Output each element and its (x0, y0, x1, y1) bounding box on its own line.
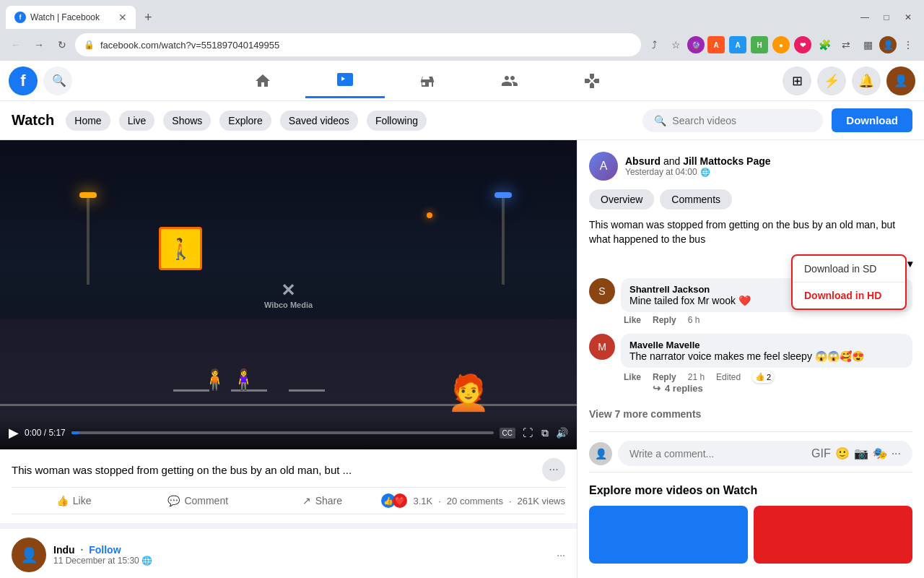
download-dropdown: Download in SD Download in HD (791, 254, 907, 310)
nav-home[interactable] (223, 64, 302, 98)
facebook-logo[interactable]: f (9, 66, 38, 95)
tab-favicon: f (14, 12, 26, 23)
ext-icon-2[interactable]: A (707, 36, 725, 53)
browser-profile-avatar[interactable]: 👤 (879, 36, 897, 53)
video-thumbnail: 🚶 ✕ Wibco Media 🧍 🧍‍♀️ (0, 140, 577, 449)
search-button[interactable]: 🔍 (43, 66, 72, 95)
messenger-button[interactable]: ⚡ (817, 66, 846, 95)
comment-like-1[interactable]: Like (624, 315, 641, 325)
download-button[interactable]: Download (832, 108, 912, 132)
suggested-more-button[interactable]: ··· (557, 549, 565, 561)
ext-icon-1[interactable]: 🔮 (687, 36, 705, 53)
sidebar-toggle-icon[interactable]: ▦ (858, 35, 878, 55)
comment-like-2[interactable]: Like (624, 372, 641, 382)
explore-video-1[interactable] (589, 506, 748, 564)
pip-button[interactable]: ⧉ (540, 426, 550, 441)
close-window-button[interactable]: ✕ (898, 7, 918, 27)
image-input-icon[interactable]: 📷 (854, 447, 868, 460)
comment-reply-2[interactable]: Reply (653, 372, 676, 382)
address-bar[interactable]: 🔒 (75, 33, 641, 56)
fullscreen-button[interactable]: ⛶ (521, 426, 534, 440)
video-time: 0:00 / 5:17 (25, 428, 66, 438)
comment-input-avatar: 👤 (589, 442, 612, 465)
share-label: Share (315, 495, 342, 506)
more-input-icon[interactable]: ··· (892, 447, 901, 460)
follow-button[interactable]: Follow (89, 544, 121, 556)
suggested-video: 👤 Indu · Follow 11 December at 15:30 🌐 (0, 523, 577, 578)
browser-tab[interactable]: f Watch | Facebook ✕ (6, 6, 136, 29)
close-tab-button[interactable]: ✕ (118, 12, 127, 23)
comment-button[interactable]: 💬 Comment (136, 491, 260, 511)
maximize-button[interactable]: □ (876, 7, 897, 27)
watch-icon (336, 71, 354, 88)
nav-groups[interactable] (470, 64, 549, 98)
comment-bubble-2: Mavelle Mavelle The narrator voice makes… (621, 334, 912, 368)
watch-saved-button[interactable]: Saved videos (280, 111, 358, 131)
emoji-icon[interactable]: 🙂 (835, 447, 850, 460)
comment-input-row: 👤 GIF 🙂 📷 🎭 ··· (589, 431, 912, 466)
comment-icon: 💬 (167, 495, 180, 506)
watch-live-button[interactable]: Live (119, 111, 155, 131)
gif-icon[interactable]: GIF (811, 447, 831, 460)
watch-explore-button[interactable]: Explore (219, 111, 271, 131)
play-button[interactable]: ▶ (9, 425, 19, 441)
post-timestamp: Yesterday at 04:00 🌐 (625, 167, 771, 177)
minimize-button[interactable]: — (855, 7, 875, 27)
share-icon: ↗ (302, 495, 311, 506)
video-search-bar[interactable]: 🔍 (642, 109, 823, 132)
url-input[interactable] (100, 40, 632, 51)
nav-marketplace[interactable] (388, 64, 467, 98)
forward-button[interactable]: → (29, 35, 49, 55)
replies-toggle-2[interactable]: ↪ 4 replies (653, 383, 912, 394)
ext-icon-6[interactable]: ❤ (794, 36, 811, 53)
video-progress-fill (71, 431, 80, 434)
comment-avatar-1: S (589, 278, 615, 304)
video-progress-bar[interactable] (71, 431, 494, 434)
comment-input[interactable] (629, 448, 806, 460)
comment-actions-1: Like Reply 6 h (621, 315, 912, 325)
reload-button[interactable]: ↻ (52, 35, 72, 55)
suggested-timestamp: 11 December at 15:30 🌐 (53, 556, 152, 566)
ext-icon-3[interactable]: A (729, 36, 746, 53)
overview-tab[interactable]: Overview (589, 189, 654, 210)
more-options-button[interactable]: ··· (542, 458, 565, 481)
browser-menu-icon[interactable]: ⋮ (898, 35, 918, 55)
sticker-icon[interactable]: 🎭 (873, 447, 887, 460)
volume-button[interactable]: 🔊 (556, 427, 568, 439)
apps-button[interactable]: ⊞ (783, 66, 811, 95)
profile-sync-icon[interactable]: ⇄ (836, 35, 856, 55)
video-player[interactable]: 🚶 ✕ Wibco Media 🧍 🧍‍♀️ (0, 140, 577, 449)
share-browser-icon[interactable]: ⤴ (644, 35, 664, 55)
new-tab-button[interactable]: + (136, 10, 161, 25)
captions-button[interactable]: CC (500, 428, 515, 439)
comment-time-1: 6 h (688, 315, 700, 325)
download-hd-option[interactable]: Download in HD (793, 282, 905, 309)
privacy-icon: 🌐 (141, 556, 152, 566)
notifications-button[interactable]: 🔔 (852, 66, 881, 95)
watch-home-button[interactable]: Home (66, 111, 110, 131)
video-search-input[interactable] (672, 115, 811, 126)
explore-video-2[interactable] (754, 506, 912, 564)
video-description: This woman was stopped from getting on t… (589, 218, 912, 246)
globe-icon: 🌐 (700, 168, 710, 177)
share-button[interactable]: ↗ Share (260, 491, 384, 511)
ext-icon-4[interactable]: H (751, 36, 768, 53)
nav-watch[interactable] (305, 64, 385, 98)
suggested-user-avatar: 👤 (12, 538, 46, 572)
nav-gaming[interactable] (552, 64, 632, 98)
comments-tab[interactable]: Comments (660, 189, 732, 210)
bookmark-icon[interactable]: ☆ (666, 35, 686, 55)
like-button[interactable]: 👍 Like (12, 491, 136, 511)
comment-reply-1[interactable]: Reply (653, 315, 676, 325)
view-more-comments[interactable]: View 7 more comments (589, 408, 912, 420)
comment-input-box[interactable]: GIF 🙂 📷 🎭 ··· (618, 441, 912, 466)
ext-icon-5[interactable]: ● (772, 36, 790, 53)
download-sd-option[interactable]: Download in SD (793, 256, 905, 282)
back-button[interactable]: ← (6, 35, 26, 55)
watch-following-button[interactable]: Following (367, 111, 427, 131)
comment-edited-2: Edited (716, 372, 741, 382)
watch-shows-button[interactable]: Shows (163, 111, 211, 131)
extensions-icon[interactable]: 🧩 (814, 35, 834, 55)
tab-title: Watch | Facebook (30, 12, 114, 22)
profile-avatar[interactable]: 👤 (886, 66, 915, 95)
